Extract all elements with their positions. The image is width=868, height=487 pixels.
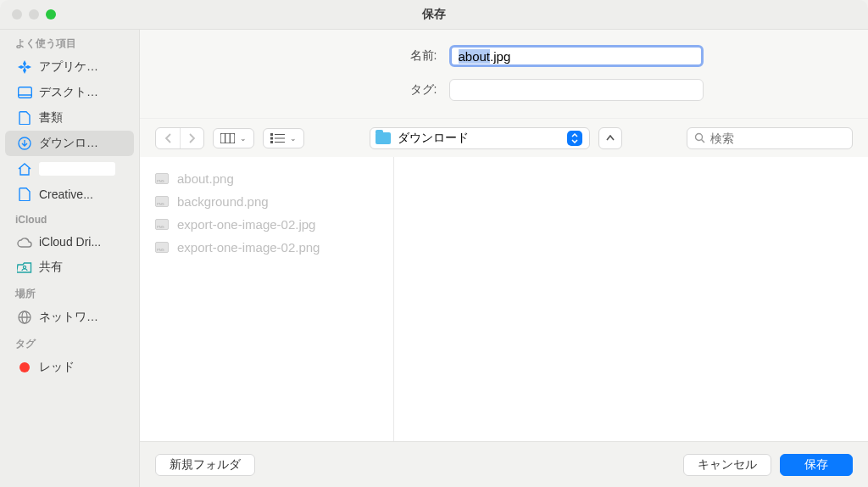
file-row[interactable]: export-one-image-02.jpg — [140, 213, 393, 236]
sidebar-item-label: デスクト… — [39, 85, 98, 100]
file-icon — [155, 219, 169, 230]
view-columns-button[interactable]: ⌄ — [213, 128, 254, 148]
nav-forward-button[interactable] — [180, 128, 203, 148]
group-by-button[interactable]: ⌄ — [263, 128, 304, 148]
svg-point-16 — [696, 134, 703, 141]
sidebar-item-home[interactable] — [5, 156, 134, 182]
sidebar-item-app[interactable]: アプリケ… — [5, 54, 134, 80]
file-name: export-one-image-02.png — [177, 240, 320, 255]
cloud-icon — [17, 234, 32, 249]
tags-label: タグ: — [220, 82, 441, 98]
svg-rect-13 — [275, 137, 285, 138]
collapse-button[interactable] — [598, 127, 622, 149]
file-icon — [155, 173, 169, 184]
footer: 新規フォルダ キャンセル 保存 — [140, 441, 868, 487]
downloads-icon — [17, 136, 32, 151]
svg-rect-7 — [220, 133, 235, 143]
sidebar-icloud-header: iCloud — [0, 207, 139, 229]
svg-rect-15 — [275, 142, 285, 143]
titlebar: 保存 — [0, 0, 868, 30]
tag-color-icon — [19, 362, 30, 372]
save-form: 名前: タグ: — [140, 30, 868, 119]
sidebar: よく使う項目 アプリケ…デスクト…書類ダウンロ…Creative... iClo… — [0, 30, 140, 487]
folder-icon — [17, 187, 32, 202]
search-input[interactable] — [710, 132, 859, 145]
sidebar-item-label: ネットワ… — [39, 310, 98, 325]
name-label: 名前: — [220, 48, 441, 64]
sidebar-item-label: iCloud Dri... — [39, 235, 101, 249]
svg-rect-14 — [270, 141, 273, 143]
sidebar-item-downloads[interactable]: ダウンロ… — [5, 131, 134, 156]
toolbar: ⌄ ⌄ ダウンロード — [140, 119, 868, 157]
svg-point-3 — [23, 266, 25, 268]
file-row[interactable]: about.png — [140, 167, 393, 190]
window-title: 保存 — [0, 7, 868, 22]
updown-icon — [567, 131, 582, 146]
sidebar-tags-header: タグ — [0, 330, 139, 355]
location-dropdown[interactable]: ダウンロード — [370, 127, 590, 149]
folder-icon — [376, 132, 391, 144]
cancel-button[interactable]: キャンセル — [683, 454, 771, 476]
shared-icon — [17, 260, 32, 275]
search-icon — [694, 132, 705, 143]
sidebar-item-desktop[interactable]: デスクト… — [5, 80, 134, 105]
sidebar-item-label: ダウンロ… — [39, 136, 98, 151]
sidebar-item-cloud[interactable]: iCloud Dri... — [5, 229, 134, 255]
sidebar-item-label: 共有 — [39, 260, 63, 275]
chevron-down-icon: ⌄ — [240, 134, 247, 143]
file-row[interactable]: export-one-image-02.png — [140, 236, 393, 259]
file-name: background.png — [177, 194, 269, 209]
sidebar-item-label: 書類 — [39, 110, 63, 126]
svg-line-17 — [702, 140, 705, 143]
sidebar-item-label: Creative... — [39, 188, 93, 201]
preview-pane — [394, 157, 868, 441]
sidebar-tag-item[interactable]: レッド — [5, 355, 134, 380]
save-button[interactable]: 保存 — [780, 454, 853, 476]
sidebar-locations-header: 場所 — [0, 280, 139, 305]
location-label: ダウンロード — [398, 131, 469, 146]
sidebar-item-network[interactable]: ネットワ… — [5, 305, 134, 330]
svg-rect-11 — [275, 134, 285, 135]
file-icon — [155, 242, 169, 253]
svg-rect-10 — [270, 133, 273, 136]
file-icon — [155, 196, 169, 207]
app-icon — [17, 59, 32, 75]
file-list: about.pngbackground.pngexport-one-image-… — [140, 157, 394, 441]
sidebar-item-folder[interactable]: Creative... — [5, 182, 134, 207]
sidebar-favorites-header: よく使う項目 — [0, 30, 139, 54]
sidebar-item-documents[interactable]: 書類 — [5, 105, 134, 131]
sidebar-item-label: レッド — [39, 360, 75, 375]
chevron-down-icon: ⌄ — [290, 134, 297, 143]
search-box[interactable] — [687, 127, 853, 149]
network-icon — [17, 310, 32, 325]
sidebar-item-label: アプリケ… — [39, 59, 98, 75]
svg-rect-12 — [270, 137, 273, 139]
file-name: about.png — [177, 171, 234, 186]
file-name: export-one-image-02.jpg — [177, 217, 315, 232]
home-icon — [17, 161, 32, 176]
file-row[interactable]: background.png — [140, 190, 393, 213]
desktop-icon — [17, 85, 32, 100]
filename-input[interactable] — [449, 45, 704, 67]
tags-input[interactable] — [449, 79, 704, 101]
sidebar-item-label — [39, 162, 115, 176]
new-folder-button[interactable]: 新規フォルダ — [155, 454, 255, 476]
documents-icon — [17, 110, 32, 126]
nav-back-button[interactable] — [156, 128, 180, 148]
sidebar-item-shared[interactable]: 共有 — [5, 255, 134, 280]
svg-rect-0 — [18, 87, 31, 98]
